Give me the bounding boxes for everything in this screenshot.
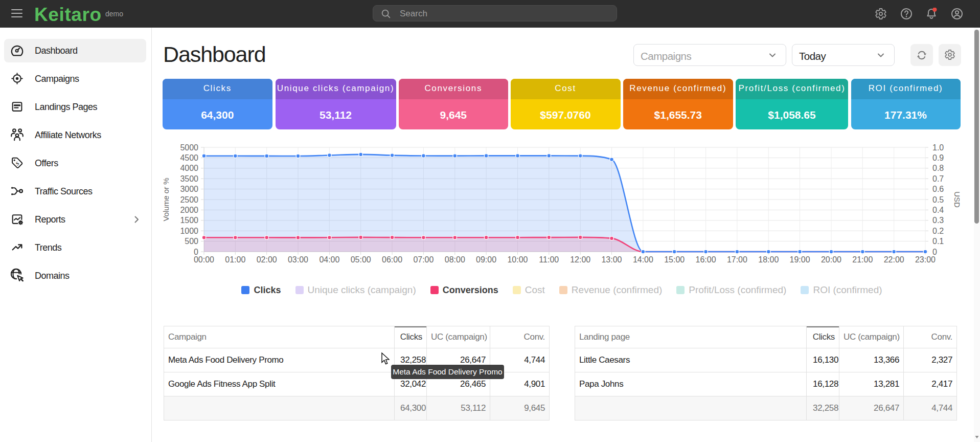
svg-text:12:00: 12:00 (570, 255, 590, 264)
svg-text:USD: USD (953, 191, 961, 208)
svg-text:500: 500 (185, 237, 198, 246)
svg-text:2500: 2500 (180, 195, 198, 204)
svg-text:0.9: 0.9 (932, 153, 944, 162)
svg-text:19:00: 19:00 (790, 255, 810, 264)
svg-text:13:00: 13:00 (601, 255, 622, 264)
svg-text:23:00: 23:00 (915, 255, 936, 264)
svg-text:0.1: 0.1 (932, 237, 944, 246)
svg-text:04:00: 04:00 (319, 255, 339, 264)
svg-text:2000: 2000 (180, 206, 198, 214)
svg-text:22:00: 22:00 (884, 255, 904, 264)
svg-text:09:00: 09:00 (476, 255, 496, 264)
svg-text:Volume or %: Volume or % (163, 178, 170, 221)
svg-text:0.2: 0.2 (932, 227, 944, 235)
svg-text:0: 0 (194, 248, 198, 256)
svg-text:17:00: 17:00 (727, 255, 747, 264)
svg-text:06:00: 06:00 (382, 255, 402, 264)
svg-text:4500: 4500 (180, 153, 198, 162)
svg-text:00:00: 00:00 (194, 255, 214, 264)
svg-text:21:00: 21:00 (852, 255, 873, 264)
svg-text:02:00: 02:00 (257, 255, 277, 264)
svg-text:0.3: 0.3 (932, 216, 944, 225)
svg-text:08:00: 08:00 (445, 255, 465, 264)
svg-text:0.8: 0.8 (932, 164, 944, 172)
svg-text:07:00: 07:00 (413, 255, 434, 264)
svg-text:3500: 3500 (180, 174, 198, 183)
svg-text:10:00: 10:00 (507, 255, 528, 264)
svg-text:0: 0 (932, 248, 937, 256)
svg-text:20:00: 20:00 (821, 255, 841, 264)
svg-text:1000: 1000 (180, 227, 198, 235)
svg-text:01:00: 01:00 (225, 255, 245, 264)
svg-text:14:00: 14:00 (633, 255, 653, 264)
svg-text:05:00: 05:00 (351, 255, 371, 264)
svg-text:0.7: 0.7 (932, 174, 944, 183)
svg-text:18:00: 18:00 (758, 255, 779, 264)
svg-text:16:00: 16:00 (696, 255, 716, 264)
svg-text:15:00: 15:00 (664, 255, 685, 264)
svg-text:0.4: 0.4 (932, 206, 944, 214)
svg-text:4000: 4000 (180, 164, 198, 172)
svg-text:1500: 1500 (180, 216, 198, 225)
svg-text:03:00: 03:00 (288, 255, 308, 264)
svg-text:0.5: 0.5 (932, 195, 944, 204)
svg-text:5000: 5000 (180, 143, 198, 152)
svg-text:11:00: 11:00 (539, 255, 559, 264)
svg-text:0.6: 0.6 (932, 185, 944, 193)
svg-text:3000: 3000 (180, 185, 198, 193)
svg-text:1.0: 1.0 (932, 143, 944, 152)
